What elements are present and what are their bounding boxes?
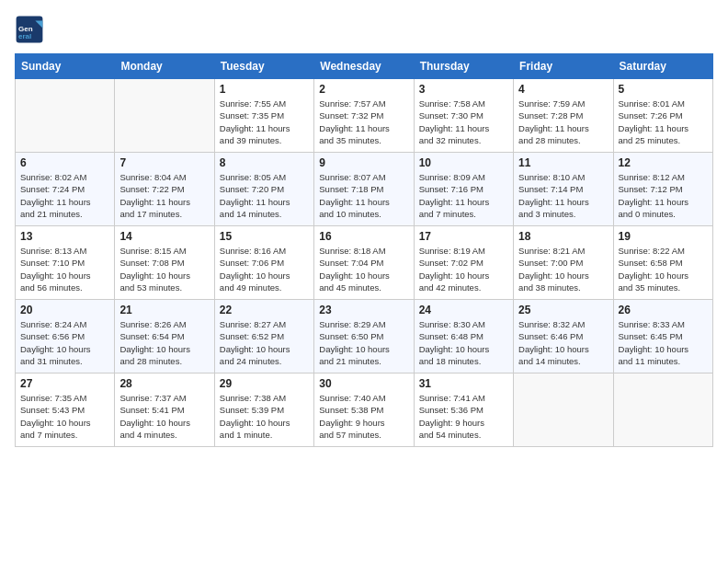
day-header-friday: Friday (514, 54, 613, 79)
day-info: Sunrise: 8:12 AM Sunset: 7:12 PM Dayligh… (619, 171, 708, 220)
calendar-cell: 29Sunrise: 7:38 AM Sunset: 5:39 PM Dayli… (214, 373, 313, 447)
calendar-cell: 17Sunrise: 8:19 AM Sunset: 7:02 PM Dayli… (414, 226, 513, 300)
week-row-3: 13Sunrise: 8:13 AM Sunset: 7:10 PM Dayli… (16, 226, 713, 300)
calendar-cell: 12Sunrise: 8:12 AM Sunset: 7:12 PM Dayli… (613, 153, 712, 226)
calendar-cell: 28Sunrise: 7:37 AM Sunset: 5:41 PM Dayli… (115, 373, 214, 447)
day-header-monday: Monday (115, 54, 214, 79)
logo-icon: Gen eral (15, 15, 44, 44)
day-number: 30 (319, 377, 408, 390)
day-info: Sunrise: 8:22 AM Sunset: 6:58 PM Dayligh… (619, 245, 708, 293)
day-number: 20 (20, 304, 109, 316)
calendar-cell: 13Sunrise: 8:13 AM Sunset: 7:10 PM Dayli… (16, 226, 115, 300)
calendar-cell: 22Sunrise: 8:27 AM Sunset: 6:52 PM Dayli… (214, 300, 313, 373)
day-info: Sunrise: 8:02 AM Sunset: 7:24 PM Dayligh… (20, 171, 109, 220)
calendar-cell: 5Sunrise: 8:01 AM Sunset: 7:26 PM Daylig… (613, 79, 712, 153)
day-number: 15 (220, 230, 309, 243)
week-row-2: 6Sunrise: 8:02 AM Sunset: 7:24 PM Daylig… (16, 153, 713, 226)
day-info: Sunrise: 8:33 AM Sunset: 6:45 PM Dayligh… (619, 318, 708, 367)
day-number: 11 (518, 156, 608, 169)
header-row: SundayMondayTuesdayWednesdayThursdayFrid… (16, 54, 713, 79)
day-info: Sunrise: 8:05 AM Sunset: 7:20 PM Dayligh… (220, 171, 309, 220)
day-info: Sunrise: 8:01 AM Sunset: 7:26 PM Dayligh… (619, 98, 708, 146)
day-info: Sunrise: 7:40 AM Sunset: 5:38 PM Dayligh… (319, 392, 408, 441)
day-info: Sunrise: 8:09 AM Sunset: 7:16 PM Dayligh… (419, 171, 508, 220)
day-info: Sunrise: 8:19 AM Sunset: 7:02 PM Dayligh… (419, 245, 508, 293)
calendar-cell: 16Sunrise: 8:18 AM Sunset: 7:04 PM Dayli… (314, 226, 414, 300)
day-info: Sunrise: 8:29 AM Sunset: 6:50 PM Dayligh… (319, 318, 408, 367)
day-number: 9 (319, 156, 408, 169)
day-number: 14 (119, 230, 209, 243)
calendar-cell: 25Sunrise: 8:32 AM Sunset: 6:46 PM Dayli… (514, 300, 613, 373)
day-number: 6 (20, 156, 109, 169)
day-number: 18 (518, 230, 608, 243)
day-number: 22 (220, 304, 309, 316)
day-info: Sunrise: 7:57 AM Sunset: 7:32 PM Dayligh… (319, 98, 408, 146)
day-header-thursday: Thursday (414, 54, 513, 79)
day-number: 21 (119, 304, 209, 316)
calendar-cell: 11Sunrise: 8:10 AM Sunset: 7:14 PM Dayli… (514, 153, 613, 226)
calendar-cell: 23Sunrise: 8:29 AM Sunset: 6:50 PM Dayli… (314, 300, 414, 373)
calendar-cell: 26Sunrise: 8:33 AM Sunset: 6:45 PM Dayli… (613, 300, 712, 373)
day-header-wednesday: Wednesday (314, 54, 414, 79)
calendar-cell: 14Sunrise: 8:15 AM Sunset: 7:08 PM Dayli… (115, 226, 214, 300)
day-number: 17 (419, 230, 508, 243)
day-info: Sunrise: 7:35 AM Sunset: 5:43 PM Dayligh… (20, 392, 109, 441)
calendar-cell: 10Sunrise: 8:09 AM Sunset: 7:16 PM Dayli… (414, 153, 513, 226)
day-info: Sunrise: 8:30 AM Sunset: 6:48 PM Dayligh… (419, 318, 508, 367)
day-header-saturday: Saturday (613, 54, 712, 79)
day-header-tuesday: Tuesday (214, 54, 313, 79)
day-number: 3 (419, 83, 508, 96)
day-info: Sunrise: 8:04 AM Sunset: 7:22 PM Dayligh… (119, 171, 209, 220)
calendar-cell (613, 373, 712, 447)
calendar-cell: 31Sunrise: 7:41 AM Sunset: 5:36 PM Dayli… (414, 373, 513, 447)
day-info: Sunrise: 7:37 AM Sunset: 5:41 PM Dayligh… (119, 392, 209, 441)
day-number: 12 (619, 156, 708, 169)
day-info: Sunrise: 7:38 AM Sunset: 5:39 PM Dayligh… (220, 392, 309, 441)
week-row-5: 27Sunrise: 7:35 AM Sunset: 5:43 PM Dayli… (16, 373, 713, 447)
day-info: Sunrise: 8:07 AM Sunset: 7:18 PM Dayligh… (319, 171, 408, 220)
day-info: Sunrise: 8:18 AM Sunset: 7:04 PM Dayligh… (319, 245, 408, 293)
week-row-4: 20Sunrise: 8:24 AM Sunset: 6:56 PM Dayli… (16, 300, 713, 373)
day-info: Sunrise: 8:32 AM Sunset: 6:46 PM Dayligh… (518, 318, 608, 367)
day-number: 7 (119, 156, 209, 169)
calendar-cell: 8Sunrise: 8:05 AM Sunset: 7:20 PM Daylig… (214, 153, 313, 226)
day-header-sunday: Sunday (16, 54, 115, 79)
day-info: Sunrise: 8:24 AM Sunset: 6:56 PM Dayligh… (20, 318, 109, 367)
calendar-cell (514, 373, 613, 447)
calendar-cell (115, 79, 214, 153)
day-number: 10 (419, 156, 508, 169)
day-number: 13 (20, 230, 109, 243)
calendar-cell: 15Sunrise: 8:16 AM Sunset: 7:06 PM Dayli… (214, 226, 313, 300)
calendar-cell: 6Sunrise: 8:02 AM Sunset: 7:24 PM Daylig… (16, 153, 115, 226)
calendar-cell: 21Sunrise: 8:26 AM Sunset: 6:54 PM Dayli… (115, 300, 214, 373)
day-info: Sunrise: 8:16 AM Sunset: 7:06 PM Dayligh… (220, 245, 309, 293)
logo: Gen eral (15, 15, 48, 44)
day-number: 24 (419, 304, 508, 316)
day-number: 4 (518, 83, 608, 96)
calendar-cell: 18Sunrise: 8:21 AM Sunset: 7:00 PM Dayli… (514, 226, 613, 300)
page-header: Gen eral (15, 15, 713, 44)
calendar-cell: 19Sunrise: 8:22 AM Sunset: 6:58 PM Dayli… (613, 226, 712, 300)
day-number: 2 (319, 83, 408, 96)
day-number: 27 (20, 377, 109, 390)
day-info: Sunrise: 8:26 AM Sunset: 6:54 PM Dayligh… (119, 318, 209, 367)
calendar-cell: 7Sunrise: 8:04 AM Sunset: 7:22 PM Daylig… (115, 153, 214, 226)
week-row-1: 1Sunrise: 7:55 AM Sunset: 7:35 PM Daylig… (16, 79, 713, 153)
calendar-table: SundayMondayTuesdayWednesdayThursdayFrid… (15, 53, 713, 447)
svg-text:eral: eral (18, 32, 31, 40)
day-number: 1 (220, 83, 309, 96)
calendar-cell: 30Sunrise: 7:40 AM Sunset: 5:38 PM Dayli… (314, 373, 414, 447)
day-info: Sunrise: 7:58 AM Sunset: 7:30 PM Dayligh… (419, 98, 508, 146)
day-info: Sunrise: 7:59 AM Sunset: 7:28 PM Dayligh… (518, 98, 608, 146)
calendar-cell: 1Sunrise: 7:55 AM Sunset: 7:35 PM Daylig… (214, 79, 313, 153)
calendar-cell: 4Sunrise: 7:59 AM Sunset: 7:28 PM Daylig… (514, 79, 613, 153)
day-number: 26 (619, 304, 708, 316)
calendar-cell (16, 79, 115, 153)
day-number: 31 (419, 377, 508, 390)
day-number: 25 (518, 304, 608, 316)
day-number: 5 (619, 83, 708, 96)
calendar-cell: 2Sunrise: 7:57 AM Sunset: 7:32 PM Daylig… (314, 79, 414, 153)
day-info: Sunrise: 8:27 AM Sunset: 6:52 PM Dayligh… (220, 318, 309, 367)
day-number: 29 (220, 377, 309, 390)
day-info: Sunrise: 7:55 AM Sunset: 7:35 PM Dayligh… (220, 98, 309, 146)
